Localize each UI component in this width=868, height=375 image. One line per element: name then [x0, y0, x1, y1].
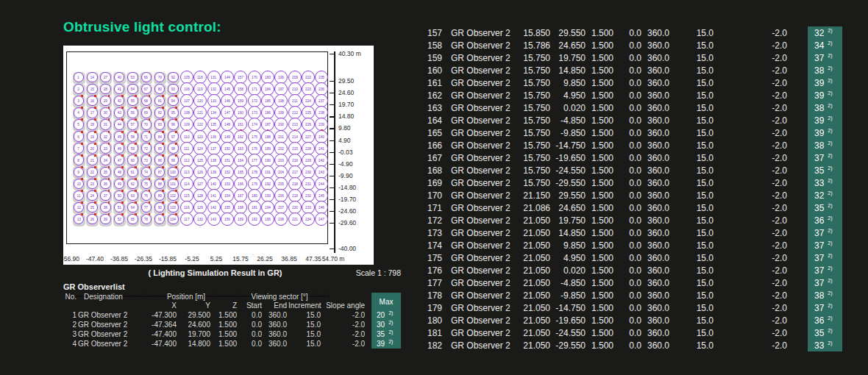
- observer-number: 7: [78, 146, 80, 150]
- observer-number: 242: [319, 158, 324, 162]
- observer-number: 201: [278, 135, 284, 138]
- value-cell: 1.500: [212, 329, 238, 339]
- value-cell: -4.850: [553, 276, 588, 289]
- value-cell: 360.0: [644, 64, 672, 76]
- footnote-marker: 2): [828, 40, 832, 46]
- designation-cell: GR Observer 2: [445, 89, 513, 101]
- observer-number: 192: [265, 182, 271, 185]
- glare-mark: [94, 143, 96, 145]
- value-cell: 15.0: [672, 339, 716, 351]
- designation-cell: GR Observer 2: [445, 339, 513, 351]
- glare-mark: [108, 143, 110, 145]
- designation-cell: GR Observer 2: [445, 314, 513, 326]
- value-cell: 21.050: [513, 251, 553, 264]
- glare-mark: [94, 178, 96, 180]
- glare-mark: [121, 166, 124, 168]
- designation-cell: GR Observer 2: [445, 264, 513, 276]
- observer-number: 91: [157, 218, 161, 221]
- x-axis-label: -36.85: [107, 256, 131, 262]
- observer-number: 92: [171, 76, 175, 79]
- results-table: 157GR Observer 215.85029.5501.5000.0360.…: [410, 26, 842, 351]
- value-cell: 1.500: [588, 89, 616, 101]
- value-cell: 360.0: [263, 320, 288, 329]
- observer-number: 108: [184, 111, 190, 115]
- glare-mark: [94, 166, 96, 168]
- glare-mark: [81, 166, 83, 168]
- glare-mark: [162, 118, 164, 121]
- value-cell: 15.750: [513, 89, 553, 101]
- observer-number: 128: [197, 194, 203, 198]
- observer-number: 107: [184, 99, 190, 103]
- glare-mark: [94, 213, 96, 215]
- max-value-cell: 392): [371, 339, 401, 349]
- observer-point: 208: [274, 213, 288, 226]
- observer-number: 65: [131, 218, 135, 221]
- glare-mark: [121, 154, 124, 157]
- value-cell: 1.500: [588, 226, 616, 239]
- observer-number: 197: [278, 88, 284, 91]
- spacer-cell: [790, 76, 808, 89]
- value-cell: 1.500: [588, 239, 616, 251]
- value-cell: 171: [410, 201, 445, 214]
- simulation-panel: 1234567891011121314151617181920212223242…: [63, 46, 374, 265]
- value-cell: -29.550: [553, 176, 588, 189]
- observer-point: 156: [221, 213, 234, 226]
- value-cell: 0.0: [616, 39, 644, 51]
- y-axis-tick: [330, 188, 335, 188]
- value-cell: 360.0: [644, 114, 672, 126]
- table-row: 158GR Observer 215.78624.6501.5000.0360.…: [410, 39, 842, 51]
- value-cell: 15.750: [513, 139, 553, 151]
- observer-number: 163: [238, 146, 243, 150]
- observer-number: 3: [78, 99, 80, 103]
- y-axis-label: -24.60: [338, 208, 356, 215]
- footnote-marker: 2): [828, 265, 832, 271]
- designation-cell: GR Observer 2: [445, 189, 513, 201]
- observer-number: 112: [184, 158, 190, 162]
- max-value-cell: 302): [371, 320, 401, 329]
- observer-number: 172: [252, 99, 257, 103]
- observer-number: 20: [90, 146, 94, 150]
- y-axis-label: -0.03: [338, 149, 352, 156]
- observer-number: 240: [319, 135, 324, 138]
- observer-point: 176: [248, 142, 261, 155]
- glare-mark: [175, 201, 177, 204]
- y-axis-tick: [330, 249, 335, 249]
- observer-point: 27: [100, 72, 111, 83]
- value-cell: 15.0: [672, 276, 716, 289]
- observer-number: 78: [144, 218, 148, 221]
- observer-number: 132: [210, 88, 216, 91]
- value-cell: 360.0: [644, 176, 672, 189]
- glare-mark: [135, 178, 137, 180]
- observer-number: 161: [238, 123, 243, 126]
- glare-mark: [108, 107, 110, 109]
- value-cell: 360.0: [644, 51, 672, 64]
- glare-mark: [149, 201, 151, 204]
- footnote-marker: 2): [828, 128, 832, 133]
- spacer-cell: [790, 314, 808, 326]
- glare-mark: [94, 131, 96, 133]
- value-cell: 15.0: [672, 39, 716, 51]
- observer-number: 42: [117, 99, 121, 103]
- glare-mark: [149, 118, 151, 121]
- observer-point: 150: [221, 142, 234, 155]
- value-cell: -2.0: [716, 264, 790, 276]
- max-value-cell: 392): [808, 89, 842, 101]
- max-value-cell: 382): [808, 139, 842, 151]
- value-cell: 0.0: [616, 251, 644, 264]
- designation-cell: GR Observer 2: [445, 114, 513, 126]
- observer-number: 52: [117, 218, 121, 221]
- value-cell: 19.700: [178, 329, 212, 339]
- observer-number: 164: [238, 158, 243, 162]
- value-cell: 1.500: [588, 126, 616, 139]
- designation-cell: GR Observer 2: [78, 310, 135, 320]
- observer-number: 98: [171, 146, 175, 150]
- value-cell: -2.0: [716, 164, 790, 176]
- observer-number: 156: [224, 218, 230, 221]
- value-cell: -2.0: [716, 176, 790, 189]
- value-cell: 157: [410, 26, 445, 39]
- spacer-cell: [790, 51, 808, 64]
- value-cell: 161: [410, 76, 445, 89]
- value-cell: 360.0: [644, 326, 672, 339]
- value-cell: -2.0: [716, 326, 790, 339]
- observer-number: 131: [210, 76, 216, 79]
